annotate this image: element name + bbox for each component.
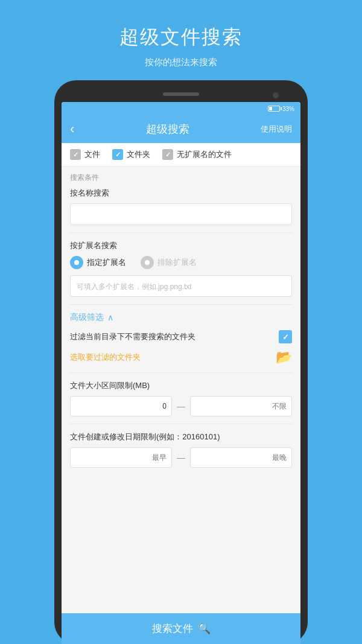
file-type-item-file[interactable]: ✓ 文件: [70, 149, 100, 160]
battery-text: 33%: [282, 106, 294, 112]
name-search-input[interactable]: [70, 203, 292, 225]
size-range-row: —: [70, 396, 292, 416]
search-button-label: 搜索文件: [152, 622, 193, 636]
divider2: [70, 304, 292, 305]
divider4: [70, 424, 292, 424]
checkbox-noext[interactable]: ✓: [162, 149, 173, 160]
radio-item-exclude[interactable]: 排除扩展名: [141, 256, 197, 269]
battery-icon: [268, 106, 280, 112]
date-dash: —: [177, 453, 185, 462]
advanced-label: 高级筛选: [70, 312, 104, 323]
header: ‹ 超级搜索 使用说明: [62, 115, 300, 143]
battery-indicator: 33%: [268, 106, 294, 112]
search-conditions-label: 搜索条件: [70, 173, 292, 183]
divider1: [70, 232, 292, 233]
back-button[interactable]: ‹: [70, 121, 74, 137]
phone-speaker: [163, 92, 199, 96]
date-range-row: —: [70, 447, 292, 468]
search-button[interactable]: 搜索文件 🔍: [62, 613, 300, 644]
divider3: [70, 372, 292, 373]
select-folder-text[interactable]: 选取要过滤的文件夹: [70, 352, 141, 363]
checkbox-file[interactable]: ✓: [70, 149, 81, 160]
radio-exclude-label: 排除扩展名: [157, 257, 197, 268]
filter-folder-row: 过滤当前目录下不需要搜索的文件夹 ✓: [70, 330, 292, 343]
header-title: 超级搜索: [146, 122, 189, 136]
scroll-content: 搜索条件 按名称搜索 按扩展名搜索 指定扩展名 排除扩展名: [62, 167, 300, 613]
help-link[interactable]: 使用说明: [261, 124, 292, 135]
radio-exclude[interactable]: [141, 256, 154, 269]
file-type-label-folder: 文件夹: [127, 149, 150, 160]
radio-specify[interactable]: [70, 256, 83, 269]
size-to-input[interactable]: [190, 396, 292, 416]
size-label: 文件大小区间限制(MB): [70, 380, 292, 391]
ext-radio-row: 指定扩展名 排除扩展名: [70, 256, 292, 269]
filter-folder-text: 过滤当前目录下不需要搜索的文件夹: [70, 331, 279, 342]
date-to-input[interactable]: [190, 447, 292, 468]
by-name-label: 按名称搜索: [70, 188, 292, 199]
phone-frame: 33% ‹ 超级搜索 使用说明 ✓ 文件 ✓ 文件夹: [54, 80, 308, 644]
chevron-up-icon[interactable]: ∧: [107, 313, 113, 322]
ext-search-input[interactable]: [70, 275, 292, 297]
size-dash: —: [177, 401, 185, 411]
checkbox-folder[interactable]: ✓: [112, 149, 123, 160]
file-type-row: ✓ 文件 ✓ 文件夹 ✓ 无扩展名的文件: [62, 143, 300, 167]
file-type-item-noext[interactable]: ✓ 无扩展名的文件: [162, 149, 232, 160]
app-subtitle: 按你的想法来搜索: [119, 57, 243, 68]
date-from-input[interactable]: [70, 447, 172, 468]
phone-screen: 33% ‹ 超级搜索 使用说明 ✓ 文件 ✓ 文件夹: [62, 102, 300, 644]
app-title-area: 超级文件搜索 按你的想法来搜索: [107, 0, 255, 80]
status-bar: 33%: [62, 102, 300, 115]
by-ext-label: 按扩展名搜索: [70, 240, 292, 251]
size-from-input[interactable]: [70, 396, 172, 416]
phone-camera: [273, 92, 279, 98]
file-type-label-file: 文件: [84, 149, 100, 160]
folder-icon: 📂: [276, 349, 292, 365]
radio-item-specify[interactable]: 指定扩展名: [70, 256, 126, 269]
select-folder-row[interactable]: 选取要过滤的文件夹 📂: [70, 349, 292, 365]
advanced-filter-row[interactable]: 高级筛选 ∧: [70, 312, 292, 323]
phone-notch: [62, 90, 300, 102]
battery-fill: [269, 107, 272, 110]
file-type-label-noext: 无扩展名的文件: [177, 149, 232, 160]
date-label: 文件创建或修改日期限制(例如：20160101): [70, 432, 292, 442]
search-icon: 🔍: [198, 622, 211, 635]
radio-specify-label: 指定扩展名: [87, 257, 126, 268]
app-title: 超级文件搜索: [119, 24, 243, 51]
file-type-item-folder[interactable]: ✓ 文件夹: [112, 149, 150, 160]
filter-folder-checkbox[interactable]: ✓: [279, 330, 292, 343]
